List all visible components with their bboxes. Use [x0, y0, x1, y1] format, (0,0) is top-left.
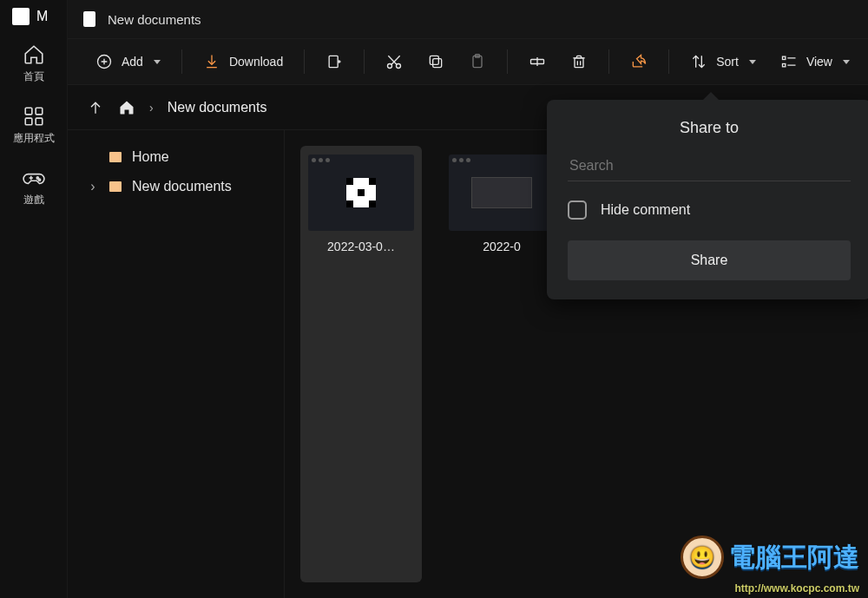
share-popover: Share to Hide comment Share — [547, 100, 868, 299]
rail-item-apps[interactable]: 應用程式 — [8, 98, 60, 151]
hide-comment-label: Hide comment — [601, 202, 690, 218]
rail-item-games[interactable]: 遊戲 — [8, 160, 60, 213]
chevron-right-icon: › — [149, 101, 154, 115]
download-label: Download — [229, 55, 283, 69]
copy-button[interactable] — [415, 46, 457, 77]
toolbar-separator — [364, 49, 365, 74]
download-icon — [203, 53, 220, 70]
app-window: New documents Add Download — [68, 0, 868, 598]
toolbar-separator — [181, 49, 182, 74]
windows-icon — [12, 8, 30, 25]
svg-rect-2 — [25, 118, 32, 125]
toolbar-separator — [507, 49, 508, 74]
copy-icon — [427, 53, 444, 70]
svg-rect-7 — [329, 56, 338, 67]
folder-icon — [109, 181, 122, 192]
svg-rect-17 — [782, 64, 785, 67]
toolbar-separator — [608, 49, 609, 74]
cut-button[interactable] — [373, 46, 415, 77]
file-thumb[interactable]: 2022-0 — [441, 146, 562, 582]
folder-icon — [109, 152, 122, 162]
tree-item-label: New documents — [132, 179, 232, 194]
new-pane-icon — [326, 53, 343, 70]
view-icon — [780, 53, 798, 70]
view-button[interactable]: View — [768, 46, 862, 77]
hide-comment-row[interactable]: Hide comment — [568, 200, 851, 220]
file-name: 2022-03-0… — [327, 240, 395, 253]
svg-point-9 — [397, 64, 401, 69]
svg-rect-1 — [36, 108, 43, 115]
caret-down-icon — [749, 60, 756, 64]
plus-circle-icon — [95, 53, 113, 70]
svg-rect-0 — [25, 108, 32, 115]
up-icon[interactable] — [87, 99, 104, 116]
paste-icon — [469, 53, 486, 70]
file-preview — [308, 154, 414, 231]
rail-item-label: 首頁 — [23, 69, 44, 84]
caret-down-icon — [843, 60, 850, 64]
paste-button[interactable] — [457, 46, 498, 77]
rail-item-label: 應用程式 — [13, 131, 55, 146]
sort-label: Sort — [716, 55, 739, 69]
store-letter: M — [36, 9, 48, 24]
svg-point-5 — [38, 179, 40, 181]
add-label: Add — [122, 55, 143, 69]
home-icon — [23, 43, 45, 66]
breadcrumb-current[interactable]: New documents — [168, 100, 267, 115]
svg-rect-15 — [575, 58, 583, 68]
chevron-right-icon[interactable]: › — [87, 179, 99, 194]
sort-button[interactable]: Sort — [678, 46, 768, 77]
apps-icon — [23, 105, 45, 128]
share-search-input[interactable] — [568, 151, 851, 181]
tree-item-label: Home — [132, 149, 169, 165]
download-button[interactable]: Download — [191, 46, 295, 77]
svg-rect-3 — [36, 118, 43, 125]
trash-icon — [570, 53, 588, 70]
share-title: Share to — [568, 119, 851, 137]
toolbar-separator — [304, 49, 305, 74]
app-rail: M 首頁 應用程式 遊戲 — [0, 0, 68, 598]
cut-icon — [385, 53, 403, 70]
document-icon — [83, 11, 95, 27]
share-icon — [630, 53, 648, 70]
home-icon[interactable] — [118, 99, 135, 116]
rename-button[interactable] — [516, 46, 558, 77]
rail-item-home[interactable]: 首頁 — [8, 36, 60, 89]
caret-down-icon — [154, 60, 161, 64]
sort-icon — [690, 53, 707, 70]
folder-tree: Home › New documents — [68, 130, 285, 598]
thumbnail-icon — [471, 177, 532, 208]
checkbox-icon[interactable] — [568, 200, 587, 220]
share-button[interactable] — [618, 46, 660, 77]
new-pane-button[interactable] — [313, 46, 355, 77]
qr-icon — [346, 178, 376, 207]
tree-item-newdocs[interactable]: › New documents — [80, 172, 272, 201]
window-title: New documents — [108, 12, 201, 27]
rail-item-label: 遊戲 — [23, 193, 44, 207]
file-preview — [449, 154, 555, 231]
svg-point-4 — [36, 177, 38, 179]
add-button[interactable]: Add — [83, 46, 173, 77]
toolbar-separator — [668, 49, 669, 74]
rename-icon — [529, 53, 546, 70]
titlebar: New documents — [68, 0, 868, 38]
share-submit-button[interactable]: Share — [568, 240, 851, 280]
svg-rect-11 — [431, 56, 439, 64]
games-icon — [23, 167, 45, 189]
rail-top: M — [0, 5, 67, 28]
svg-point-8 — [388, 64, 392, 69]
view-label: View — [806, 55, 832, 69]
toolbar: Add Download — [68, 38, 868, 85]
tree-item-home[interactable]: Home — [80, 142, 272, 172]
delete-button[interactable] — [558, 46, 600, 77]
file-thumb[interactable]: 2022-03-0… — [300, 146, 422, 582]
svg-rect-16 — [782, 56, 785, 59]
svg-rect-10 — [433, 59, 442, 68]
file-name: 2022-0 — [483, 240, 521, 253]
